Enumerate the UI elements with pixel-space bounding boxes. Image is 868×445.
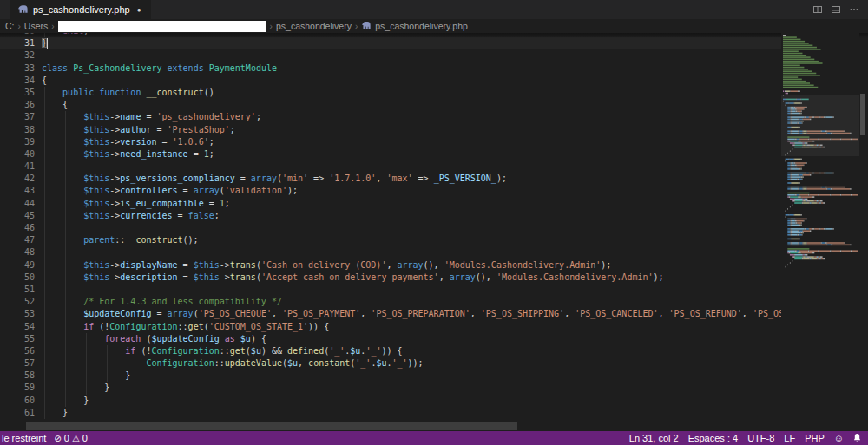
code-line[interactable]: 55 foreach ($updateConfig as $u) { (0, 333, 799, 345)
line-number[interactable]: 40 (0, 148, 35, 160)
line-number[interactable]: 33 (0, 62, 35, 75)
code-line[interactable]: 37 $this->name = 'ps_cashondelivery'; (0, 111, 799, 123)
indentation-setting[interactable]: Espaces : 4 (688, 433, 738, 443)
line-number[interactable]: 37 (0, 111, 35, 123)
vscode-window: ps_cashondelivery.php ● C: › Users › › p… (0, 0, 868, 445)
line-number[interactable]: 49 (0, 259, 35, 272)
code-line[interactable]: 32 (0, 49, 799, 62)
indent-guide (65, 296, 66, 308)
indent-guide (44, 111, 45, 123)
line-number[interactable]: 43 (0, 185, 35, 197)
code-line[interactable]: 54 if (!Configuration::get('CUSTOM_OS_ST… (0, 321, 799, 333)
code-line[interactable]: 58 } (0, 370, 799, 382)
line-number[interactable]: 57 (0, 357, 35, 370)
line-number[interactable]: 54 (0, 321, 35, 333)
layout-panel-icon[interactable] (831, 4, 841, 15)
line-number[interactable]: 47 (0, 234, 35, 246)
code-line[interactable]: 38 $this->author = 'PrestaShop'; (0, 124, 799, 136)
breadcrumb-item-file[interactable]: ps_cashondelivery.php (361, 21, 468, 31)
problems-indicator[interactable]: ⊘ 0 ⚠ 0 (54, 433, 88, 443)
code-line[interactable]: 56 if (!Configuration::get($u) && define… (0, 345, 799, 357)
line-number[interactable]: 31 (0, 37, 35, 49)
restricted-mode-badge[interactable]: le restreint (2, 433, 46, 443)
code-line[interactable]: 35 public function __construct() (0, 87, 799, 99)
line-number[interactable]: 45 (0, 210, 35, 222)
code-line[interactable]: 34{ (0, 75, 799, 87)
minimap-slider[interactable] (781, 95, 859, 156)
editor[interactable]: 30 exit;31}3233class Ps_Cashondelivery e… (0, 33, 868, 431)
code-text: $this->displayName = $this->trans('Cash … (35, 260, 611, 270)
horizontal-scrollbar-thumb[interactable] (26, 422, 517, 430)
code-line[interactable]: 59 } (0, 382, 799, 394)
code-line[interactable]: 52 /* For 1.4.3 and less compatibility *… (0, 296, 799, 308)
vertical-scrollbar-thumb[interactable] (860, 94, 865, 135)
code-line[interactable]: 51 (0, 284, 799, 296)
code-line[interactable]: 49 $this->displayName = $this->trans('Ca… (0, 259, 799, 272)
code-text: /* For 1.4.3 and less compatibility */ (35, 297, 282, 306)
code-text (35, 247, 42, 257)
code-line[interactable]: 41 (0, 160, 799, 173)
code-line[interactable]: 61 } (0, 407, 799, 419)
line-number[interactable]: 56 (0, 345, 35, 357)
code-line[interactable]: 42 $this->ps_versions_compliancy = array… (0, 173, 799, 185)
line-number[interactable]: 58 (0, 370, 35, 382)
breadcrumb-item-folder[interactable]: ps_cashondelivery (276, 21, 352, 31)
line-number[interactable]: 38 (0, 124, 35, 136)
line-number[interactable]: 35 (0, 87, 35, 99)
language-mode[interactable]: PHP (805, 433, 825, 443)
encoding-setting[interactable]: UTF-8 (747, 433, 774, 443)
code-line[interactable]: 43 $this->controllers = array('validatio… (0, 185, 799, 197)
breadcrumb-item-drive[interactable]: C: (5, 21, 15, 31)
line-number[interactable]: 59 (0, 382, 35, 394)
code-line[interactable]: 46 (0, 222, 799, 234)
line-number[interactable]: 61 (0, 407, 35, 419)
code-line[interactable]: 57 Configuration::updateValue($u, consta… (0, 357, 799, 370)
indent-guide (44, 284, 45, 296)
line-number[interactable]: 50 (0, 272, 35, 284)
split-editor-icon[interactable] (812, 4, 823, 15)
line-number[interactable]: 52 (0, 296, 35, 308)
line-number[interactable]: 48 (0, 246, 35, 258)
indent-guide (65, 111, 66, 123)
code-line[interactable]: 60 } (0, 395, 799, 407)
text-cursor (47, 38, 48, 49)
feedback-icon[interactable]: ☺ (834, 433, 844, 443)
code-line[interactable]: 44 $this->is_eu_compatible = 1; (0, 198, 799, 210)
code-line[interactable]: 45 $this->currencies = false; (0, 210, 799, 222)
code-line[interactable]: 50 $this->description = $this->trans('Ac… (0, 272, 799, 284)
line-number[interactable]: 41 (0, 160, 35, 173)
more-actions-icon[interactable] (849, 4, 859, 15)
code-line[interactable]: 47 parent::__construct(); (0, 234, 799, 246)
code-line[interactable]: 31} (0, 37, 799, 49)
line-number[interactable]: 60 (0, 395, 35, 407)
code-text: if (!Configuration::get($u) && defined('… (35, 346, 403, 356)
line-number[interactable]: 55 (0, 333, 35, 345)
tab-label: ps_cashondelivery.php (33, 4, 130, 15)
line-number[interactable]: 36 (0, 99, 35, 111)
code-line[interactable]: 39 $this->version = '1.0.6'; (0, 136, 799, 148)
code-line[interactable]: 36 { (0, 99, 799, 111)
breadcrumb-item-username-redacted[interactable] (58, 21, 266, 32)
line-number[interactable]: 34 (0, 75, 35, 87)
notifications-bell-icon[interactable] (853, 434, 861, 442)
indent-guide (44, 99, 45, 111)
eol-setting[interactable]: LF (784, 433, 795, 443)
line-number[interactable]: 39 (0, 136, 35, 148)
cursor-position[interactable]: Ln 31, col 2 (629, 433, 679, 443)
line-number[interactable]: 32 (0, 49, 35, 62)
tab-bar: ps_cashondelivery.php ● (0, 0, 868, 19)
code-text: $this->description = $this->trans('Accep… (35, 272, 664, 282)
code-line[interactable]: 53 $updateConfig = array('PS_OS_CHEQUE',… (0, 308, 799, 320)
minimap[interactable] (781, 33, 859, 431)
breadcrumb-item-users[interactable]: Users (24, 21, 48, 31)
line-number[interactable]: 46 (0, 222, 35, 234)
indent-guide (65, 198, 66, 210)
code-line[interactable]: 40 $this->need_instance = 1; (0, 148, 799, 160)
line-number[interactable]: 53 (0, 308, 35, 320)
tab-ps-cashondelivery[interactable]: ps_cashondelivery.php ● (10, 0, 151, 19)
line-number[interactable]: 44 (0, 198, 35, 210)
line-number[interactable]: 42 (0, 173, 35, 185)
line-number[interactable]: 51 (0, 284, 35, 296)
code-line[interactable]: 48 (0, 246, 799, 258)
code-line[interactable]: 33class Ps_Cashondelivery extends Paymen… (0, 62, 799, 75)
